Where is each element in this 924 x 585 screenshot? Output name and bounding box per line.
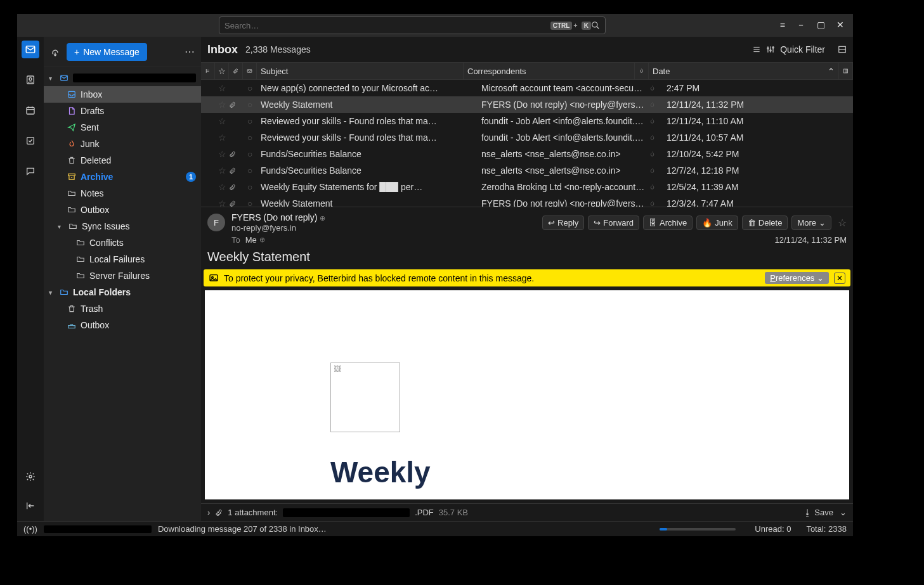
filter-sliders-icon[interactable]: [766, 45, 775, 54]
hamburger-icon[interactable]: ≡: [780, 20, 785, 31]
star-column-icon[interactable]: ☆: [215, 63, 229, 79]
column-picker-icon[interactable]: [839, 63, 853, 79]
expand-icon[interactable]: ›: [207, 508, 210, 517]
get-messages-icon[interactable]: [50, 47, 60, 57]
message-row[interactable]: ☆○Reviewed your skills - Found roles tha…: [201, 129, 853, 146]
read-column-icon[interactable]: [243, 63, 257, 79]
row-correspondent: FYERS (Do not reply) <no-reply@fyers.in>: [478, 198, 649, 207]
read-dot-icon[interactable]: ○: [243, 100, 257, 110]
thread-column-icon[interactable]: [201, 63, 215, 79]
contact-icon[interactable]: ⊕: [320, 214, 325, 222]
folder-drafts[interactable]: Drafts: [44, 103, 201, 119]
message-list[interactable]: ☆○New app(s) connected to your Microsoft…: [201, 80, 853, 207]
spam-column-icon[interactable]: [635, 63, 649, 79]
local-folders[interactable]: ▾ Local Folders: [44, 284, 201, 300]
quick-filter-label[interactable]: Quick Filter: [780, 44, 825, 55]
message-row[interactable]: ☆○Weekly Equity Statements for ███ per…Z…: [201, 179, 853, 195]
date-column[interactable]: Date⌃: [649, 63, 839, 79]
account-row[interactable]: ▾: [44, 70, 201, 86]
folder-server-failures[interactable]: Server Failures: [44, 267, 201, 284]
star-icon[interactable]: ☆: [215, 182, 229, 192]
new-message-button[interactable]: + New Message: [67, 43, 147, 61]
download-icon[interactable]: ⭳: [804, 508, 812, 517]
folder-conflicts[interactable]: Conflicts: [44, 235, 201, 251]
read-dot-icon[interactable]: ○: [243, 165, 257, 176]
folder-notes[interactable]: Notes: [44, 185, 201, 202]
spam-indicator-icon[interactable]: [649, 200, 663, 207]
star-icon[interactable]: ☆: [215, 165, 229, 176]
attachment-column-icon[interactable]: [229, 63, 243, 79]
message-row[interactable]: ☆○Funds/Securities Balancense_alerts <ns…: [201, 162, 853, 179]
maximize-button[interactable]: ▢: [817, 20, 825, 31]
spam-indicator-icon[interactable]: [649, 167, 663, 174]
read-dot-icon[interactable]: ○: [243, 116, 257, 126]
save-button[interactable]: Save: [814, 508, 833, 517]
more-button[interactable]: More ⌄: [791, 215, 831, 230]
folder-outbox[interactable]: Outbox: [44, 202, 201, 218]
folder-local-outbox[interactable]: Outbox: [44, 317, 201, 333]
display-options-icon[interactable]: [752, 45, 761, 54]
addressbook-icon[interactable]: [22, 71, 39, 89]
forward-button[interactable]: ↪Forward: [588, 215, 639, 230]
spam-indicator-icon[interactable]: [649, 134, 663, 141]
folder-sync-issues[interactable]: ▾ Sync Issues: [44, 218, 201, 235]
delete-button[interactable]: 🗑Delete: [742, 215, 788, 230]
spam-indicator-icon[interactable]: [649, 85, 663, 92]
read-dot-icon[interactable]: ○: [243, 149, 257, 159]
spam-indicator-icon[interactable]: [649, 118, 663, 125]
spam-indicator-icon[interactable]: [649, 151, 663, 158]
spam-indicator-icon[interactable]: [649, 101, 663, 108]
search-icon[interactable]: [591, 21, 600, 30]
message-body[interactable]: Weekly: [205, 290, 849, 499]
read-dot-icon[interactable]: ○: [243, 132, 257, 143]
junk-button[interactable]: 🔥Junk: [696, 215, 738, 230]
search-input[interactable]: [224, 21, 548, 30]
spam-indicator-icon[interactable]: [649, 184, 663, 191]
message-row[interactable]: ☆○Weekly StatementFYERS (Do not reply) <…: [201, 96, 853, 113]
star-message-icon[interactable]: ☆: [838, 217, 847, 229]
read-dot-icon[interactable]: ○: [243, 83, 257, 93]
message-row[interactable]: ☆○Weekly StatementFYERS (Do not reply) <…: [201, 195, 853, 207]
message-row[interactable]: ☆○New app(s) connected to your Microsoft…: [201, 80, 853, 96]
message-row[interactable]: ☆○Funds/Securities Balancense_alerts <ns…: [201, 146, 853, 162]
reply-button[interactable]: ↩Reply: [542, 215, 584, 230]
minimize-button[interactable]: －: [797, 20, 805, 31]
notice-close-button[interactable]: ✕: [834, 273, 845, 284]
folder-deleted[interactable]: Deleted: [44, 152, 201, 169]
svg-rect-14: [68, 326, 75, 328]
folder-local-failures[interactable]: Local Failures: [44, 251, 201, 267]
archive-button[interactable]: 🗄Archive: [643, 215, 693, 230]
close-button[interactable]: ✕: [836, 20, 844, 31]
contact-icon[interactable]: ⊕: [259, 236, 265, 244]
star-icon[interactable]: ☆: [215, 198, 229, 207]
attachment-filename[interactable]: [283, 508, 410, 517]
star-icon[interactable]: ☆: [215, 100, 229, 110]
archive-icon: 🗄: [649, 218, 657, 228]
folder-inbox[interactable]: Inbox: [44, 86, 201, 103]
read-dot-icon[interactable]: ○: [243, 182, 257, 192]
calendar-icon[interactable]: [22, 101, 39, 119]
collapse-icon[interactable]: [22, 497, 39, 515]
folder-archive[interactable]: Archive 1: [44, 169, 201, 185]
save-menu-icon[interactable]: ⌄: [840, 508, 847, 517]
chat-icon[interactable]: [22, 162, 39, 180]
subject-column[interactable]: Subject: [257, 63, 464, 79]
tasks-icon[interactable]: [22, 132, 39, 150]
star-icon[interactable]: ☆: [215, 149, 229, 159]
layout-toggle-icon[interactable]: [838, 45, 847, 54]
settings-icon[interactable]: [22, 468, 39, 485]
correspondents-column[interactable]: Correspondents: [464, 63, 635, 79]
preferences-button[interactable]: Preferences ⌄: [765, 272, 829, 284]
read-dot-icon[interactable]: ○: [243, 198, 257, 207]
message-row[interactable]: ☆○Reviewed your skills - Found roles tha…: [201, 113, 853, 129]
mail-space-icon[interactable]: [22, 41, 39, 58]
star-icon[interactable]: ☆: [215, 83, 229, 93]
global-search[interactable]: CTRL + K: [219, 16, 606, 34]
sidebar-more-icon[interactable]: ⋯: [185, 46, 195, 58]
folder-local-trash[interactable]: Trash: [44, 300, 201, 317]
folder-sent[interactable]: Sent: [44, 119, 201, 136]
online-status-icon[interactable]: ((•)): [23, 524, 37, 534]
star-icon[interactable]: ☆: [215, 116, 229, 126]
folder-junk[interactable]: Junk: [44, 136, 201, 152]
star-icon[interactable]: ☆: [215, 132, 229, 143]
